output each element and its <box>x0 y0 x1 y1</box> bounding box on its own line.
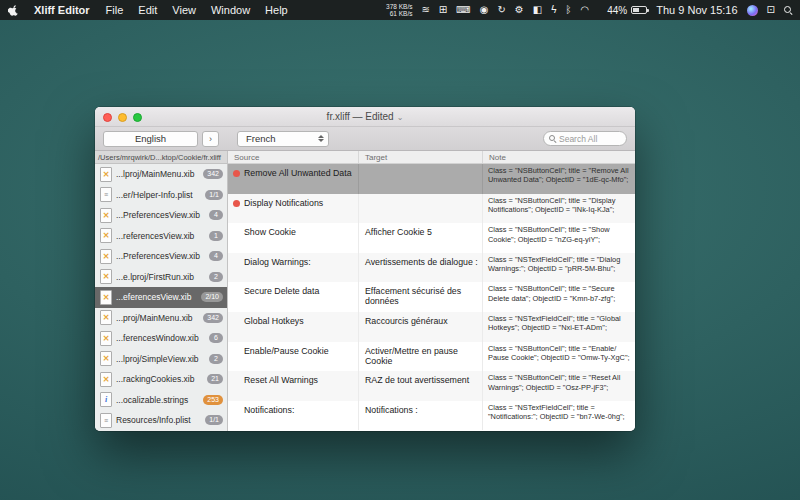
window-title: fr.xliff — Edited⌄ <box>327 111 404 122</box>
menu-help[interactable]: Help <box>265 4 288 16</box>
source-cell[interactable]: Display Notifications <box>228 194 359 224</box>
note-cell: Class = "NSButtonCell"; title = "Display… <box>483 194 635 224</box>
table-row[interactable]: Global Hotkeys Raccourcis généraux Class… <box>228 312 635 342</box>
sidebar-file-item[interactable]: ✕ ...PreferencesView.xib 4 <box>95 246 227 267</box>
source-cell[interactable]: Show Cookie <box>228 223 359 253</box>
source-cell[interactable]: Reset All Warnings <box>228 371 359 401</box>
source-cell[interactable]: Notifications: <box>228 401 359 431</box>
network-speed[interactable]: 378 KB/s 61 KB/s <box>386 3 412 17</box>
file-count-badge: 253 <box>203 395 223 405</box>
file-type-icon: ✕ <box>100 331 112 346</box>
target-cell[interactable] <box>359 194 483 224</box>
file-type-icon: ✕ <box>100 290 112 305</box>
menu-edit[interactable]: Edit <box>138 4 157 16</box>
siri-icon[interactable] <box>747 5 758 16</box>
target-cell[interactable]: Avertissements de dialogue : <box>359 253 483 283</box>
close-button[interactable] <box>103 113 112 122</box>
table-row[interactable]: Reset All Warnings RAZ de tout avertisse… <box>228 371 635 401</box>
title-bar[interactable]: fr.xliff — Edited⌄ <box>95 107 635 127</box>
target-cell[interactable]: RAZ de tout avertissement <box>359 371 483 401</box>
sync-icon[interactable]: ↻ <box>497 4 505 15</box>
file-path-bar[interactable]: /Users/mrqwirk/D...ktop/Cookie/fr.xliff <box>95 151 227 164</box>
file-label: ...lproj/SimpleView.xib <box>116 354 205 364</box>
table-row[interactable]: Secure Delete data Effacement sécurisé d… <box>228 282 635 312</box>
battery-percent: 44% <box>607 5 627 16</box>
target-cell[interactable]: Effacement sécurisé des données <box>359 282 483 312</box>
user-icon[interactable]: ◉ <box>480 4 489 15</box>
target-cell[interactable]: Notifications : <box>359 401 483 431</box>
file-label: ...referencesView.xib <box>116 231 205 241</box>
bolt-icon[interactable]: ϟ <box>551 4 556 15</box>
target-text: Raccourcis généraux <box>365 316 448 326</box>
menu-bar-clock[interactable]: Thu 9 Nov 15:16 <box>656 4 737 16</box>
menu-window[interactable]: Window <box>211 4 250 16</box>
sidebar-file-item[interactable]: ✕ ...referencesView.xib 1 <box>95 226 227 247</box>
spaces-icon[interactable]: ⊞ <box>439 4 447 15</box>
display-icon[interactable]: ⊡ <box>767 0 775 20</box>
source-language-button[interactable]: English <box>103 131 198 147</box>
keyboard-icon[interactable]: ⌨ <box>456 4 470 15</box>
file-label: ...PreferencesView.xib <box>116 210 205 220</box>
menu-view[interactable]: View <box>172 4 196 16</box>
table-row[interactable]: Remove All Unwanted Data Class = "NSButt… <box>228 164 635 194</box>
source-cell[interactable]: Global Hotkeys <box>228 312 359 342</box>
box-icon[interactable]: ◧ <box>533 4 542 15</box>
direction-arrow-button[interactable]: › <box>202 131 219 147</box>
target-cell[interactable]: Activer/Mettre en pause Cookie <box>359 342 483 372</box>
file-count-badge: 6 <box>209 333 223 343</box>
gear-icon[interactable]: ⚙ <box>515 4 524 15</box>
minimize-button[interactable] <box>118 113 127 122</box>
sidebar-file-item[interactable]: ≡ Resources/Info.plist 1/1 <box>95 410 227 431</box>
sidebar-file-item[interactable]: ✕ ...PreferencesView.xib 4 <box>95 205 227 226</box>
file-label: ...eferencesView.xib <box>116 292 197 302</box>
sidebar-file-item[interactable]: i ...ocalizable.strings 253 <box>95 390 227 411</box>
source-cell[interactable]: Dialog Warnings: <box>228 253 359 283</box>
sidebar-file-item[interactable]: ✕ ...ferencesWindow.xib 6 <box>95 328 227 349</box>
file-count-badge: 21 <box>207 374 223 384</box>
sidebar-file-item[interactable]: ✕ ...eferencesView.xib 2/10 <box>95 287 227 308</box>
table-row[interactable]: Dialog Warnings: Avertissements de dialo… <box>228 253 635 283</box>
wifi-icon[interactable]: ◠ <box>581 4 590 15</box>
menu-file[interactable]: File <box>106 4 124 16</box>
sidebar-file-item[interactable]: ✕ ...lproj/MainMenu.xib 342 <box>95 164 227 185</box>
active-app-name[interactable]: Xliff Editor <box>34 4 90 16</box>
target-language-popup[interactable]: French <box>237 131 329 147</box>
file-type-icon: ✕ <box>100 351 112 366</box>
battery-indicator[interactable]: 44% <box>607 5 647 16</box>
column-header-source[interactable]: Source <box>228 151 359 163</box>
note-cell: Class = "NSButtonCell"; title = "Show Co… <box>483 223 635 253</box>
note-text: Class = "NSButtonCell"; title = "Secure … <box>488 284 615 302</box>
sidebar-file-item[interactable]: ✕ ...lproj/SimpleView.xib 2 <box>95 349 227 370</box>
target-cell[interactable] <box>359 164 483 194</box>
zoom-button[interactable] <box>133 113 142 122</box>
source-cell[interactable]: Secure Delete data <box>228 282 359 312</box>
sidebar-file-item[interactable]: ✕ ...e.lproj/FirstRun.xib 2 <box>95 267 227 288</box>
target-cell[interactable]: Raccourcis généraux <box>359 312 483 342</box>
sidebar: /Users/mrqwirk/D...ktop/Cookie/fr.xliff … <box>95 151 228 431</box>
table-row[interactable]: Notifications: Notifications : Class = "… <box>228 401 635 431</box>
spotlight-search-icon[interactable] <box>784 6 792 14</box>
target-cell[interactable]: Afficher Cookie 5 <box>359 223 483 253</box>
column-header-note[interactable]: Note <box>483 151 635 163</box>
bluetooth-icon[interactable]: ᛒ <box>566 4 572 15</box>
sidebar-file-item[interactable]: ≡ ...er/Helper-Info.plist 1/1 <box>95 185 227 206</box>
note-text: Class = "NSTextFieldCell"; title = "Noti… <box>488 403 625 421</box>
file-type-icon: ✕ <box>100 208 112 223</box>
target-text: RAZ de tout avertissement <box>365 375 469 385</box>
activity-icon[interactable]: ≋ <box>421 4 429 15</box>
column-header-target[interactable]: Target <box>359 151 483 163</box>
title-proxy-chevron-icon[interactable]: ⌄ <box>397 113 404 122</box>
xliff-editor-window: fr.xliff — Edited⌄ English › French /Use… <box>95 107 635 431</box>
source-cell[interactable]: Enable/Pause Cookie <box>228 342 359 372</box>
table-row[interactable]: Show Cookie Afficher Cookie 5 Class = "N… <box>228 223 635 253</box>
apple-menu-icon[interactable] <box>8 4 20 17</box>
sidebar-file-item[interactable]: ✕ ...rackingCookies.xib 21 <box>95 369 227 390</box>
target-language-label: French <box>246 133 276 144</box>
source-text: Remove All Unwanted Data <box>244 168 352 178</box>
sidebar-file-item[interactable]: ✕ ...proj/MainMenu.xib 342 <box>95 308 227 329</box>
search-input[interactable] <box>559 134 621 144</box>
table-row[interactable]: Enable/Pause Cookie Activer/Mettre en pa… <box>228 342 635 372</box>
table-row[interactable]: Display Notifications Class = "NSButtonC… <box>228 194 635 224</box>
source-cell[interactable]: Remove All Unwanted Data <box>228 164 359 194</box>
note-text: Class = "NSButtonCell"; title = "Enable/… <box>488 344 630 362</box>
